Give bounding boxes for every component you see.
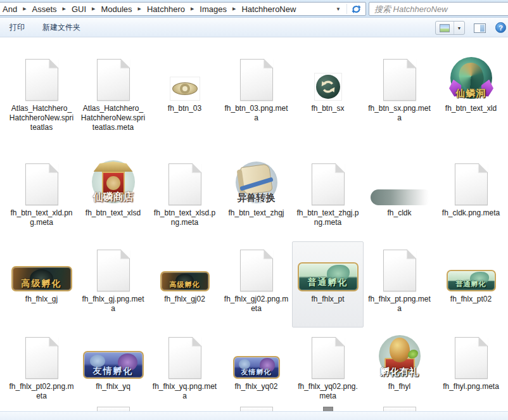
file-item[interactable]: fh_btn_sx: [292, 39, 364, 153]
file-name: fh_fhlx_yq: [96, 382, 130, 391]
search-input[interactable]: [369, 3, 508, 15]
file-item[interactable]: 高级孵化fh_fhlx_gj: [6, 241, 77, 328]
file-name: fh_fhlx_gj02: [164, 295, 205, 304]
hatch-banner-icon: 高级孵化: [160, 271, 210, 291]
preview-pane-icon: [474, 23, 486, 33]
file-item-partial: [435, 406, 507, 411]
file-item[interactable]: fh_fhlx_gj.png.meta: [77, 241, 149, 328]
document-icon: [455, 163, 488, 205]
document-icon: [97, 407, 130, 411]
file-item-partial: [6, 406, 77, 411]
file-item-partial: [292, 406, 364, 411]
hatch-banner-icon: 友情孵化: [83, 351, 144, 379]
file-item[interactable]: fh_btn_text_zhgj.png.meta: [292, 153, 364, 241]
address-dropdown-icon[interactable]: ▼: [330, 6, 346, 12]
document-icon: [25, 163, 58, 205]
hatch-banner-icon: 友情孵化: [233, 356, 280, 379]
file-name: fh_btn_sx.png.meta: [367, 104, 433, 123]
breadcrumb-segment[interactable]: Assets: [30, 4, 60, 14]
file-name: fh_fhlx_pt.png.meta: [367, 295, 433, 314]
file-item[interactable]: fh_fhlx_yq02.png.meta: [292, 328, 364, 406]
file-item[interactable]: 仙磷商店fh_btn_text_xlsd: [77, 153, 149, 241]
refresh-arrows-icon: [314, 73, 342, 101]
document-icon: [383, 59, 416, 101]
file-item[interactable]: fh_btn_sx.png.meta: [364, 39, 435, 153]
breadcrumb-segment[interactable]: And: [0, 4, 20, 14]
partial-icon: [323, 407, 333, 411]
details-pane: [0, 411, 508, 420]
progress-bar-icon: [371, 189, 429, 205]
file-item[interactable]: 孵化有礼fh_fhyl: [364, 328, 435, 406]
file-item[interactable]: fh_fhlx_gj02.png.meta: [220, 241, 292, 328]
refresh-button[interactable]: [347, 3, 365, 15]
hatch-banner-icon: 高级孵化: [11, 266, 72, 291]
new-folder-button[interactable]: 新建文件夹: [42, 22, 80, 33]
breadcrumb-segment[interactable]: Images: [197, 4, 229, 14]
file-item[interactable]: 仙鳞洞fh_btn_text_xld: [435, 39, 507, 153]
breadcrumb[interactable]: And▶Assets▶GUI▶Modules▶Hatchhero▶Images▶…: [0, 2, 366, 16]
hatch-banner-icon: 普通孵化: [298, 262, 359, 291]
print-button[interactable]: 打印: [10, 22, 25, 33]
shop-icon: 仙磷商店: [89, 157, 137, 205]
document-icon: [240, 250, 273, 291]
file-item[interactable]: fh_btn_03: [149, 39, 220, 153]
file-item[interactable]: Atlas_Hatchhero_HatchheroNew.spriteatlas: [6, 39, 77, 153]
file-item[interactable]: fh_fhlx_pt02.png.meta: [6, 328, 77, 406]
breadcrumb-separator-icon: ▶: [229, 6, 239, 11]
file-item[interactable]: 普通孵化fh_fhlx_pt02: [435, 241, 507, 328]
breadcrumb-segment[interactable]: Hatchhero: [144, 4, 187, 14]
document-icon: [383, 407, 416, 411]
file-name: fh_fhlx_pt02.png.meta: [9, 382, 75, 401]
shell-orb-icon: 仙鳞洞: [448, 55, 494, 101]
file-item-partial: [364, 406, 435, 411]
file-item[interactable]: fh_fhlx_yq.png.meta: [149, 328, 220, 406]
file-name: fh_fhlx_gj02.png.meta: [224, 295, 289, 314]
file-name: fh_fhlx_pt02: [450, 295, 492, 304]
file-name: Atlas_Hatchhero_HatchheroNew.spriteatlas…: [80, 104, 146, 132]
breadcrumb-separator-icon: ▶: [89, 6, 98, 11]
document-icon: [455, 337, 488, 379]
file-item[interactable]: Atlas_Hatchhero_HatchheroNew.spriteatlas…: [77, 39, 149, 153]
file-name: fh_fhlx_yq.png.meta: [152, 382, 218, 401]
document-icon: [97, 59, 130, 101]
breadcrumb-separator-icon: ▶: [60, 6, 69, 11]
file-item[interactable]: fh_cldk: [364, 153, 435, 241]
breadcrumb-separator-icon: ▶: [20, 6, 29, 11]
file-name: fh_btn_text_xld.png.meta: [9, 208, 75, 227]
file-name: fh_btn_03: [168, 104, 201, 113]
file-item[interactable]: fh_fhyl.png.meta: [435, 328, 507, 406]
command-toolbar: 打印 新建文件夹 ▼ ?: [0, 18, 508, 37]
file-name: fh_btn_03.png.meta: [224, 104, 289, 123]
breadcrumb-segment[interactable]: HatchheroNew: [239, 4, 298, 14]
file-name: fh_btn_text_xlsd: [86, 208, 141, 218]
file-item[interactable]: fh_btn_text_xlsd.png.meta: [149, 153, 220, 241]
file-name: fh_cldk.png.meta: [442, 208, 500, 218]
file-item[interactable]: 异兽转换fh_btn_text_zhgj: [220, 153, 292, 241]
file-item[interactable]: 友情孵化fh_fhlx_yq02: [220, 328, 292, 406]
document-icon: [97, 250, 130, 291]
file-item[interactable]: 友情孵化fh_fhlx_yq: [77, 328, 149, 406]
file-name: fh_fhlx_yq02: [234, 382, 277, 391]
preview-pane-button[interactable]: [473, 22, 486, 34]
file-item[interactable]: fh_cldk.png.meta: [435, 153, 507, 241]
file-name: fh_btn_text_xld: [445, 104, 497, 113]
file-name: fh_fhyl.png.meta: [443, 382, 499, 391]
file-name: fh_btn_text_zhgj.png.meta: [295, 208, 361, 227]
file-item[interactable]: 普通孵化fh_fhlx_pt: [292, 241, 364, 328]
refresh-icon: [352, 4, 361, 14]
breadcrumb-segment[interactable]: GUI: [69, 4, 89, 14]
document-icon: [312, 163, 345, 205]
document-icon: [25, 59, 58, 101]
breadcrumb-segment[interactable]: Modules: [98, 4, 134, 14]
file-item[interactable]: fh_btn_text_xld.png.meta: [6, 153, 77, 241]
help-button[interactable]: ?: [495, 22, 506, 33]
file-name: fh_fhyl: [388, 382, 410, 391]
search-box: [369, 2, 508, 16]
change-view-button[interactable]: ▼: [435, 21, 465, 35]
file-item[interactable]: 高级孵化fh_fhlx_gj02: [149, 241, 220, 328]
file-item[interactable]: fh_fhlx_pt.png.meta: [364, 241, 435, 328]
chevron-down-icon[interactable]: ▼: [454, 26, 464, 30]
file-list-area: Atlas_Hatchhero_HatchheroNew.spriteatlas…: [0, 37, 508, 411]
file-item[interactable]: fh_btn_03.png.meta: [220, 39, 292, 153]
file-name: fh_fhlx_gj: [25, 295, 58, 304]
